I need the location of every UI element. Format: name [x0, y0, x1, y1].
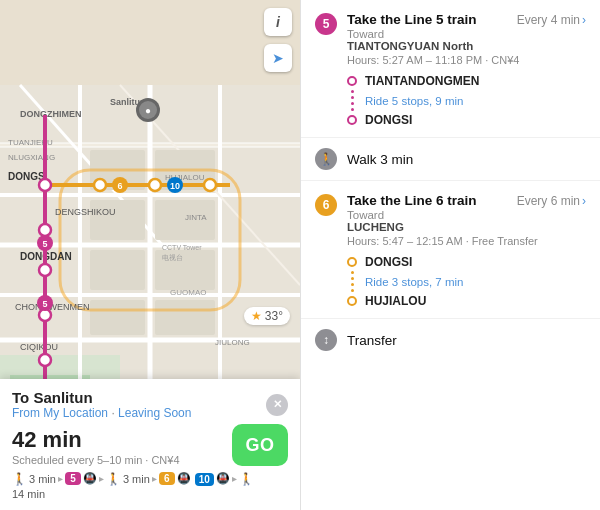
walk-person-icon: 🚶 — [319, 152, 334, 166]
transfer-section: ↕ Transfer — [301, 319, 600, 361]
line6-ride-row: Ride 3 stops, 7 min — [347, 271, 586, 292]
svg-point-48 — [94, 179, 106, 191]
go-button[interactable]: GO — [232, 424, 288, 466]
line5-stop-end-label: DONGSI — [365, 113, 412, 127]
line6-stop-end-dot — [347, 296, 357, 306]
line6-badge-steps: 6 — [159, 472, 175, 485]
svg-point-49 — [149, 179, 161, 191]
svg-point-43 — [39, 224, 51, 236]
bottom-info-card: To Sanlitun From My Location · Leaving S… — [0, 379, 300, 510]
line6-stop-end-row: HUJIALOU — [347, 294, 586, 308]
walk1-duration: 3 min — [29, 473, 56, 485]
map-info-button[interactable]: i — [264, 8, 292, 36]
arrow2-icon: ▸ — [99, 473, 104, 484]
destination-subtitle: From My Location · Leaving Soon — [12, 406, 191, 420]
svg-text:5: 5 — [42, 239, 47, 249]
transfer-icon: ↕ — [323, 333, 329, 347]
svg-rect-16 — [90, 200, 145, 240]
line6-stops-viz: DONGSI Ride 3 stops, 7 min HUJIALOU — [347, 255, 586, 308]
location-link[interactable]: My Location — [43, 406, 108, 420]
duration-row: 42 min Scheduled every 5–10 min · CN¥4 G… — [12, 424, 288, 466]
svg-text:DONGZHIMEN: DONGZHIMEN — [20, 109, 82, 119]
svg-point-46 — [39, 354, 51, 366]
transfer-icon-circle: ↕ — [315, 329, 337, 351]
line5-stops-viz: TIANTANDONGMEN Ride 5 stops, 9 min DONGS… — [347, 74, 586, 127]
svg-text:NLUGXIANG: NLUGXIANG — [8, 153, 55, 162]
line10-badge-steps: 10 — [195, 473, 214, 486]
line5-dot4 — [351, 108, 354, 111]
line5-stop-start-row: TIANTANDONGMEN — [347, 74, 586, 88]
map-panel: DONGZHIMEN Sanlitun NLUGXIANG DONGSI DEN… — [0, 0, 300, 510]
line6-header: 6 Take the Line 6 train Every 6 min › To… — [315, 193, 586, 247]
map-compass-button[interactable]: ➤ — [264, 44, 292, 72]
svg-text:电视台: 电视台 — [162, 254, 183, 261]
walk3-icon: 🚶 — [239, 472, 254, 486]
walk1-icon: 🚶 — [12, 472, 27, 486]
walk-section: 🚶 Walk 3 min — [301, 138, 600, 181]
arrow4-icon: ▸ — [232, 473, 237, 484]
line6-freq-chevron: › — [582, 194, 586, 208]
line6-title-row: Take the Line 6 train Every 6 min › — [347, 193, 586, 208]
svg-text:DENGSHIKOU: DENGSHIKOU — [55, 207, 116, 217]
metro1-icon: 🚇 — [83, 472, 97, 485]
metro2-icon: 🚇 — [177, 472, 191, 485]
line5-badge-steps: 5 — [65, 472, 81, 485]
svg-rect-20 — [90, 300, 145, 335]
line6-header-info: Take the Line 6 train Every 6 min › Towa… — [347, 193, 586, 247]
walk-icon-circle: 🚶 — [315, 148, 337, 170]
svg-text:10: 10 — [170, 181, 180, 191]
walk2-icon: 🚶 — [106, 472, 121, 486]
destination-row: To Sanlitun From My Location · Leaving S… — [12, 389, 288, 420]
line6-dot1 — [351, 271, 354, 274]
line6-stop-start-dot — [347, 257, 357, 267]
arrow3-icon: ▸ — [152, 473, 157, 484]
duration-value: 42 min — [12, 427, 180, 453]
right-panel: 5 Take the Line 5 train Every 4 min › To… — [300, 0, 600, 510]
arrow1-icon: ▸ — [58, 473, 63, 484]
line5-toward: Toward TIANTONGYUAN North — [347, 28, 586, 52]
line6-badge: 6 — [315, 194, 337, 216]
transfer-label: Transfer — [347, 333, 397, 348]
line5-stop-end-dot — [347, 115, 357, 125]
line5-header: 5 Take the Line 5 train Every 4 min › To… — [315, 12, 586, 66]
svg-text:6: 6 — [117, 181, 122, 191]
svg-point-44 — [39, 264, 51, 276]
duration-subtitle: Scheduled every 5–10 min · CN¥4 — [12, 454, 180, 466]
svg-text:CIQIKOU: CIQIKOU — [20, 342, 58, 352]
line6-dot3 — [351, 283, 354, 286]
svg-point-42 — [39, 179, 51, 191]
line6-dot4 — [351, 289, 354, 292]
line6-toward: Toward LUCHENG — [347, 209, 586, 233]
line6-freq[interactable]: Every 6 min › — [517, 194, 586, 208]
weather-star-icon: ★ — [251, 309, 262, 323]
line6-dot2 — [351, 277, 354, 280]
transit-steps: 🚶 3 min ▸ 5 🚇 ▸ 🚶 3 min ▸ 6 🚇 10 🚇 ▸ 🚶 1… — [12, 471, 288, 500]
line6-title: Take the Line 6 train — [347, 193, 477, 208]
close-button[interactable]: ✕ — [266, 394, 288, 416]
line6-toward-dest: LUCHENG — [347, 221, 404, 233]
line5-dot2 — [351, 96, 354, 99]
line5-hours: Hours: 5:27 AM – 11:18 PM · CN¥4 — [347, 54, 586, 66]
line5-stop-start-dot — [347, 76, 357, 86]
svg-text:JIULONG: JIULONG — [215, 338, 250, 347]
destination-info: To Sanlitun From My Location · Leaving S… — [12, 389, 191, 420]
line5-freq[interactable]: Every 4 min › — [517, 13, 586, 27]
temperature-badge: ★ 33° — [244, 307, 290, 325]
line5-dot1 — [351, 90, 354, 93]
svg-text:CCTV Tower: CCTV Tower — [162, 244, 202, 251]
line5-header-info: Take the Line 5 train Every 4 min › Towa… — [347, 12, 586, 66]
line5-ride-row: Ride 5 stops, 9 min — [347, 90, 586, 111]
line5-dot3 — [351, 102, 354, 105]
line5-vert-line — [347, 90, 357, 111]
line5-section: 5 Take the Line 5 train Every 4 min › To… — [301, 0, 600, 138]
line5-freq-chevron: › — [582, 13, 586, 27]
line6-ride-text: Ride 3 stops, 7 min — [365, 276, 463, 288]
walk3-duration: 14 min — [12, 488, 45, 500]
svg-rect-18 — [90, 250, 145, 290]
line5-badge: 5 — [315, 13, 337, 35]
line5-title: Take the Line 5 train — [347, 12, 477, 27]
duration-info: 42 min Scheduled every 5–10 min · CN¥4 — [12, 427, 180, 466]
line5-stop-start-label: TIANTANDONGMEN — [365, 74, 479, 88]
line5-title-row: Take the Line 5 train Every 4 min › — [347, 12, 586, 27]
walk2-duration: 3 min — [123, 473, 150, 485]
